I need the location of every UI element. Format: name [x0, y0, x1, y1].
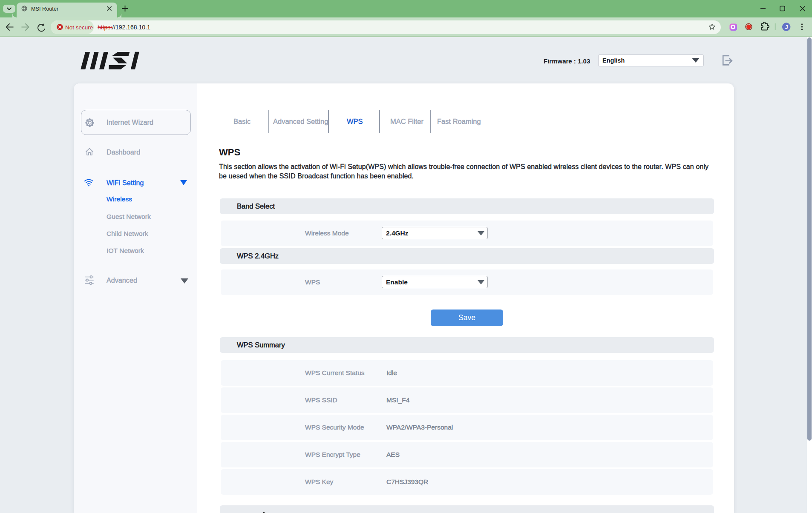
svg-text:J: J — [785, 24, 788, 30]
